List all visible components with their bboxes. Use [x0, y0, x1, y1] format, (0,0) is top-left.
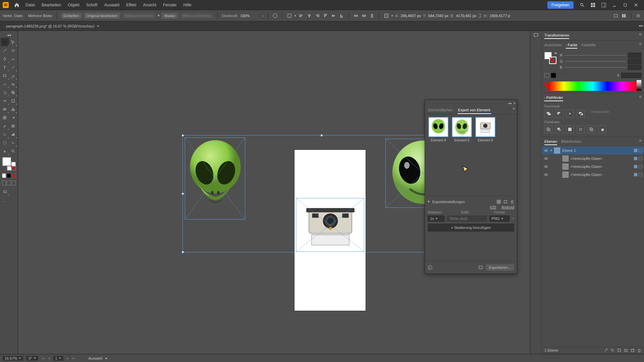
magic-wand-tool[interactable] [1, 46, 9, 55]
align-right-icon[interactable] [314, 13, 320, 19]
visibility-icon[interactable] [544, 172, 548, 177]
dist-v-icon[interactable] [369, 13, 375, 19]
layer-item-name[interactable]: <Verknüpfte Datei> [571, 165, 602, 169]
transform-grid-icon[interactable] [383, 13, 389, 19]
menu-hilfe[interactable]: Hilfe [180, 1, 195, 9]
libraries-tab[interactable]: Bibliotheken [561, 138, 581, 145]
layer-item-name[interactable]: <Verknüpfte Datei> [571, 157, 602, 161]
unite-icon[interactable] [544, 110, 552, 118]
export-element-tab[interactable]: Export von Element [458, 107, 491, 114]
mask-button[interactable]: Maske [162, 13, 178, 19]
perspective-icon[interactable] [613, 13, 619, 19]
menu-bearbeiten[interactable]: Bearbeiten [38, 1, 64, 9]
add-scale-button[interactable]: + Skalierung hinzufügen [428, 224, 514, 232]
arrange-icon[interactable] [589, 1, 597, 9]
align-menu-icon[interactable] [286, 13, 292, 19]
free-transform-tool[interactable] [9, 97, 17, 105]
x-value[interactable]: 296,4937 px [400, 14, 421, 18]
draw-normal-icon[interactable] [2, 181, 6, 185]
slice-tool[interactable] [9, 138, 17, 147]
g-value[interactable] [628, 59, 641, 64]
intersect-icon[interactable] [566, 110, 574, 118]
draw-behind-icon[interactable] [7, 181, 11, 185]
none-mode-icon[interactable] [12, 173, 16, 178]
rectangle-tool[interactable] [1, 71, 9, 80]
toolbox-collapse-icon[interactable]: ◂◂ [1, 32, 17, 38]
align-top-icon[interactable] [322, 13, 328, 19]
layers-menu-icon[interactable]: ≡ [639, 138, 641, 145]
draw-inside-icon[interactable] [12, 181, 16, 185]
color-mode-icon[interactable] [2, 173, 6, 178]
opacity-chevron-icon[interactable]: › [262, 14, 264, 18]
info-icon[interactable]: i [428, 265, 432, 270]
blend-tool[interactable] [9, 122, 17, 130]
new-layer-icon[interactable] [631, 348, 635, 352]
mesh-tool[interactable] [1, 113, 9, 122]
share-button[interactable]: Freigeben [547, 1, 574, 9]
artboard-tool[interactable] [1, 138, 9, 147]
expand-panels-icon[interactable]: ◂◂ [639, 23, 643, 28]
direct-selection-tool[interactable] [9, 38, 17, 46]
zoom-select[interactable]: 16.67% ▼ [3, 356, 23, 361]
layer-name[interactable]: Ebene 1 [562, 148, 576, 153]
eraser-tool[interactable] [9, 80, 17, 88]
artboard-last-icon[interactable]: ▸| [72, 356, 75, 360]
opacity-value[interactable]: 100% [240, 14, 260, 18]
zoom-tool[interactable] [9, 147, 17, 155]
edit-toolbar-icon[interactable]: ⋯ [1, 198, 9, 206]
close-icon[interactable] [632, 1, 640, 9]
minimize-icon[interactable] [610, 1, 619, 9]
y-value[interactable]: 684,7342 px [428, 14, 449, 18]
dist-hc-icon[interactable] [361, 13, 367, 19]
crop-pathfinder-icon[interactable] [577, 125, 585, 133]
menu-effekt[interactable]: Effekt [123, 1, 140, 9]
bw-ramp-icon[interactable] [637, 80, 641, 91]
panel-menu-icon[interactable]: ≡ [513, 107, 515, 114]
align-hcenter-icon[interactable] [306, 13, 312, 19]
align-vcenter-icon[interactable] [330, 13, 336, 19]
artboard-prev-icon[interactable]: |◂ [42, 356, 45, 360]
pen-tool[interactable] [1, 55, 9, 63]
isolation-icon[interactable] [621, 13, 627, 19]
delete-layer-icon[interactable] [637, 348, 641, 352]
transform-panel-tab[interactable]: Transformieren [544, 32, 569, 39]
divide-icon[interactable] [544, 125, 552, 133]
maximize-icon[interactable] [621, 1, 629, 9]
suffix-input[interactable]: Ohne (Aut) [447, 216, 487, 222]
remove-scale-icon[interactable]: × [512, 217, 514, 221]
menu-auswahl[interactable]: Auswahl [101, 1, 123, 9]
edit-original-button[interactable]: Original bearbeiten [84, 13, 120, 19]
menu-ansicht[interactable]: Ansicht [140, 1, 160, 9]
artboard-back-icon[interactable]: ◂ [48, 356, 50, 360]
menu-fenster[interactable]: Fenster [160, 1, 180, 9]
dist-h-icon[interactable] [353, 13, 359, 19]
properties-icon[interactable] [635, 13, 641, 19]
clip-mask-icon[interactable] [617, 348, 621, 352]
pathfinder-tab[interactable]: ◦ Pathfinder [544, 95, 563, 101]
h-value[interactable]: 1809,4177 p [489, 14, 510, 18]
stroke-swatch[interactable] [549, 57, 556, 64]
type-tool[interactable]: T [1, 63, 9, 71]
line-tool[interactable] [9, 63, 17, 71]
paintbrush-tool[interactable] [9, 71, 17, 80]
fill-mini-icon[interactable] [544, 73, 549, 78]
new-sublayer-icon[interactable] [624, 348, 628, 352]
layer-row[interactable]: <Verknüpfte Datei> [542, 171, 644, 179]
scale-select[interactable]: 1x▼ [428, 216, 444, 222]
layer-row[interactable]: <Verknüpfte Datei> [542, 155, 644, 163]
layer-row[interactable]: <Verknüpfte Datei> [542, 163, 644, 171]
visibility-icon[interactable] [544, 156, 548, 161]
eyedropper-tool[interactable] [1, 122, 9, 130]
w-value[interactable]: 4170,481 px [456, 14, 477, 18]
shape-builder-tool[interactable] [1, 105, 9, 113]
hand-tool[interactable] [1, 147, 9, 155]
asset-thumb-5[interactable]: Element 5 [451, 117, 473, 142]
link-wh-icon[interactable] [478, 13, 482, 18]
document-tab-title[interactable]: paragraph-1485228.png* @ 16.67 % (RGB/Vo… [6, 24, 94, 28]
color-tab[interactable]: ◦ Farbe [566, 42, 577, 49]
layer-item-name[interactable]: <Verknüpfte Datei> [571, 173, 602, 177]
minus-back-icon[interactable] [598, 125, 606, 133]
trim-icon[interactable] [555, 125, 563, 133]
tab-close-icon[interactable]: × [97, 24, 99, 28]
find-layer-icon[interactable] [610, 348, 614, 352]
